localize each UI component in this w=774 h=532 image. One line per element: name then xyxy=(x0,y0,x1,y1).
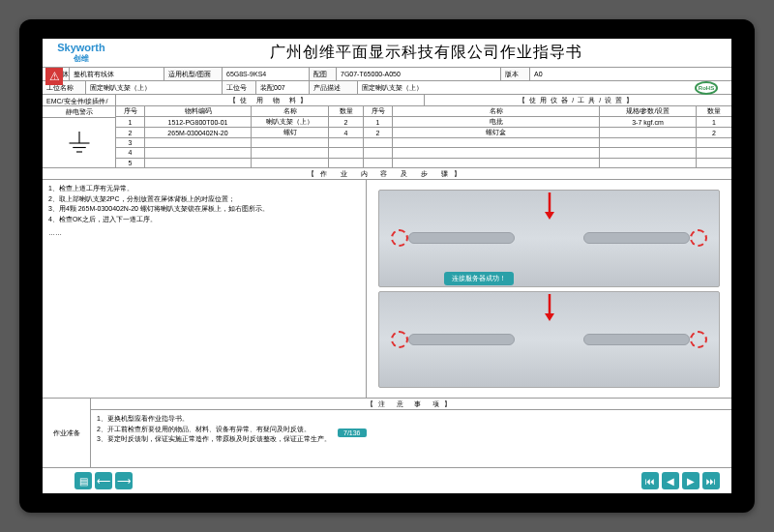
doc-title: 广州创维平面显示科技有限公司作业指导书 xyxy=(120,43,731,63)
val-line: 整机前有线体 xyxy=(70,68,164,80)
arrow-down-icon xyxy=(542,294,557,322)
alert-icon[interactable] xyxy=(45,68,63,85)
esd-label: 静电警示 xyxy=(43,106,115,118)
val-ver: A0 xyxy=(530,68,731,80)
notes-section: 作业准备 【注 意 事 项】 1、更换机型应看作业指导书。 2、开工前检查所要使… xyxy=(43,399,731,468)
logo: Skyworth 创维 xyxy=(43,42,120,64)
note-line: 3、要定时反馈制，保证实施正常造作，带原板及时反馈整改，保证正常生产。 xyxy=(97,435,331,442)
mat-row: 2265M-0300402N-20螺钉42螺钉盒2 xyxy=(116,128,731,138)
page-indicator: 7/136 xyxy=(338,429,367,437)
section-materials: 【使 用 物 料】 xyxy=(116,95,425,106)
val-stationno: 装配007 xyxy=(256,81,310,94)
step-line: 2、取上部喇叭支架2PC，分别放置在屏体背板上的对应位置； xyxy=(48,194,360,205)
nav-controls-right: ⏮ ◀ ▶ ⏭ xyxy=(641,472,720,489)
monitor-bezel: Skyworth 创维 广州创维平面显示科技有限公司作业指导书 工/线体 整机前… xyxy=(19,19,755,513)
mat-row: 3 xyxy=(116,138,731,148)
section-tools: 【使用仪器/工具/设置】 xyxy=(425,95,732,106)
ground-icon xyxy=(43,118,115,167)
steps-section: 【作 业 内 容 及 步 骤】 1、检查上道工序有无异常。 2、取上部喇叭支架2… xyxy=(43,168,731,399)
assembly-photo-2 xyxy=(378,291,720,389)
logo-cn: 创维 xyxy=(43,53,120,64)
step-line: 4、检查OK之后，进入下一道工序。 xyxy=(48,215,360,225)
emc-label: EMC/安全件/接插件/ xyxy=(43,95,116,105)
mat-row: 4 xyxy=(116,148,731,158)
svg-marker-7 xyxy=(545,313,554,321)
svg-marker-5 xyxy=(545,212,554,220)
mat-row: 11512-PG800T00-01喇叭支架（上）21电批3-7 kgf.cm1 xyxy=(116,117,731,128)
forward-button[interactable]: ⟶ xyxy=(115,472,133,489)
logo-en: Skyworth xyxy=(43,42,120,53)
steps-text: 1、检查上道工序有无异常。 2、取上部喇叭支架2PC，分别放置在屏体背板上的对应… xyxy=(43,180,367,398)
next-page-button[interactable]: ▶ xyxy=(682,472,700,489)
last-page-button[interactable]: ⏭ xyxy=(702,472,720,489)
materials-row: 静电警示 序号 物料编码 名称 数量 序号 名称 规格/参数/设置 数量 115… xyxy=(43,106,731,168)
materials-table: 序号 物料编码 名称 数量 序号 名称 规格/参数/设置 数量 11512-PG… xyxy=(116,106,731,167)
first-page-button[interactable]: ⏮ xyxy=(641,472,659,489)
steps-images: 连接服务器成功！ xyxy=(367,180,731,398)
arrow-down-icon xyxy=(542,192,557,221)
notes-text: 1、更换机型应看作业指导书。 2、开工前检查所要使用的物品、材料、设备有异常、有… xyxy=(91,410,731,467)
step-line: 3、用4颗 265M-0300402N-20 螺钉将喇叭支架锁在屏板上，如右图所… xyxy=(48,204,360,215)
prev-page-button[interactable]: ◀ xyxy=(662,472,679,489)
info-row-2: 工位名称 固定喇叭支架（上） 工位号 装配007 产品描述 固定喇叭支架（上） xyxy=(43,81,731,95)
val-proddesc: 固定喇叭支架（上） xyxy=(358,81,731,94)
lbl-diagram: 配图 xyxy=(310,68,337,80)
mat-header: 序号 物料编码 名称 数量 序号 名称 规格/参数/设置 数量 xyxy=(116,106,731,117)
lbl-model: 适用机型/图面 xyxy=(164,68,223,80)
rohs-badge: RoHS xyxy=(695,81,718,95)
mat-row: 5 xyxy=(116,159,731,167)
server-toast: 连接服务器成功！ xyxy=(444,272,514,285)
notes-title: 【注 意 事 项】 xyxy=(91,399,731,410)
steps-title: 【作 业 内 容 及 步 骤】 xyxy=(43,168,731,180)
lbl-proddesc: 产品描述 xyxy=(310,81,358,94)
back-button[interactable]: ⟵ xyxy=(95,472,112,489)
header: Skyworth 创维 广州创维平面显示科技有限公司作业指导书 xyxy=(43,39,731,68)
info-row-1: 工/线体 整机前有线体 适用机型/图面 65G8S-9KS4 配图 7G07-T… xyxy=(43,68,731,81)
ground-block: 静电警示 xyxy=(43,106,116,167)
nav-controls-left: ▤ ⟵ ⟶ xyxy=(74,472,133,489)
screen: Skyworth 创维 广州创维平面显示科技有限公司作业指导书 工/线体 整机前… xyxy=(43,39,731,493)
step-line: 1、检查上道工序有无异常。 xyxy=(48,184,360,194)
note-line: 1、更换机型应看作业指导书。 xyxy=(97,415,189,422)
val-diagram: 7G07-T65000-A050 xyxy=(337,68,501,80)
lbl-ver: 版本 xyxy=(501,68,530,80)
notes-side-label: 作业准备 xyxy=(43,399,91,467)
menu-button[interactable]: ▤ xyxy=(74,472,92,489)
emc-row: EMC/安全件/接插件/ 【使 用 物 料】 【使用仪器/工具/设置】 xyxy=(43,95,731,106)
note-line: 2、开工前检查所要使用的物品、材料、设备有异常、有疑问及时反馈。 xyxy=(97,426,311,432)
assembly-photo-1 xyxy=(378,190,720,287)
val-station: 固定喇叭支架（上） xyxy=(86,81,223,94)
val-model: 65G8S-9KS4 xyxy=(223,68,310,80)
step-spacer: …… xyxy=(48,228,360,239)
lbl-stationno: 工位号 xyxy=(223,81,256,94)
